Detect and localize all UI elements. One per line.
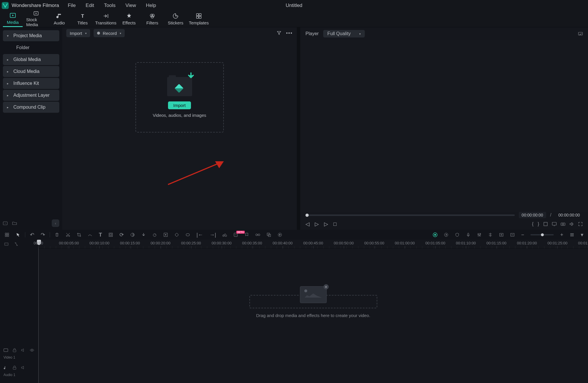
redo-button[interactable]: ↷ [41, 232, 45, 238]
audio-track-header[interactable]: Audio 1 [0, 365, 38, 377]
cut-icon[interactable] [66, 232, 70, 237]
tracking-icon[interactable] [163, 232, 168, 237]
mark-in-icon[interactable]: { [532, 221, 533, 227]
more-icon[interactable]: ••• [286, 31, 293, 36]
crop-tool-icon[interactable] [77, 232, 81, 237]
lock-icon[interactable] [12, 348, 17, 352]
menu-tools[interactable]: Tools [104, 3, 116, 8]
color-icon[interactable] [130, 232, 135, 237]
sidebar-item-adjustment-layer[interactable]: ▸Adjustment Layer [3, 90, 59, 101]
bike-icon[interactable] [222, 232, 227, 237]
mask-icon[interactable] [185, 232, 190, 237]
timeline-more-icon[interactable]: ▾ [581, 232, 583, 238]
rotate-icon[interactable]: ⟳ [119, 232, 124, 238]
align-icon[interactable] [488, 232, 493, 237]
media-drop-zone[interactable]: Import Videos, audios, and images [135, 62, 224, 133]
video-track-header[interactable]: Video 1 [0, 348, 38, 360]
lock-icon[interactable] [12, 365, 17, 370]
prev-frame-button[interactable]: ◁ [305, 221, 310, 227]
eye-icon[interactable] [30, 348, 34, 352]
mute-icon[interactable] [21, 348, 26, 352]
track-headers-column: Video 1 Audio 1 [0, 248, 38, 383]
import-button[interactable]: Import [168, 101, 191, 109]
undo-button[interactable]: ↶ [30, 232, 34, 238]
panel-separator[interactable] [297, 27, 300, 230]
tab-media[interactable]: Media [3, 11, 23, 27]
zoom-thumb[interactable] [541, 233, 544, 236]
play-button[interactable]: ▷ [315, 221, 319, 227]
seek-track[interactable] [305, 214, 515, 216]
display-icon[interactable] [552, 222, 557, 226]
tab-stickers[interactable]: Stickers [166, 11, 185, 27]
mixer-icon[interactable] [477, 232, 482, 237]
tab-filters[interactable]: Filters [142, 11, 162, 27]
link-icon[interactable] [255, 232, 260, 237]
list-view-icon[interactable] [570, 232, 574, 237]
tab-audio[interactable]: Audio [49, 11, 69, 27]
menu-view[interactable]: View [126, 3, 136, 8]
pointer-icon[interactable] [16, 232, 20, 237]
render-icon[interactable] [278, 232, 282, 237]
bracket-left-icon[interactable]: |← [196, 232, 203, 238]
chroma-icon[interactable] [174, 232, 179, 237]
voiceover-icon[interactable] [466, 232, 471, 237]
auto-ripple-icon[interactable] [444, 232, 448, 237]
sidebar-item-folder[interactable]: Folder [3, 42, 59, 53]
expand-track-icon[interactable] [14, 242, 19, 246]
chevron-down-icon: ▾ [359, 32, 361, 35]
snapshot-icon[interactable] [578, 31, 583, 36]
volume-icon[interactable] [569, 222, 574, 226]
player-viewport[interactable] [300, 40, 588, 212]
svg-rect-11 [196, 16, 199, 18]
speed-icon[interactable] [152, 232, 157, 237]
fullscreen-icon[interactable] [578, 222, 583, 226]
group-icon[interactable] [267, 232, 271, 237]
tab-templates[interactable]: Templates [189, 11, 209, 27]
grid-icon[interactable] [5, 232, 9, 237]
delete-icon[interactable] [55, 232, 59, 237]
sidebar-item-compound-clip[interactable]: ▸Compound Clip [3, 102, 59, 113]
stop-button[interactable]: □ [333, 221, 337, 227]
menu-file[interactable]: File [68, 3, 76, 8]
add-track-icon[interactable] [499, 232, 504, 237]
remove-track-icon[interactable] [510, 232, 515, 237]
zoom-in-button[interactable]: + [560, 232, 563, 238]
marker-icon[interactable] [244, 232, 249, 237]
menu-help[interactable]: Help [146, 3, 156, 8]
tab-transitions[interactable]: Transitions [96, 11, 116, 27]
camera-icon[interactable] [561, 222, 565, 226]
mute-icon[interactable] [21, 365, 26, 370]
track-lanes[interactable]: + Drag and drop media and effects here t… [38, 248, 588, 383]
crop-zoom-icon[interactable] [108, 232, 113, 237]
keyframe-down-icon[interactable] [141, 232, 146, 237]
speed-ramp-icon[interactable] [88, 232, 92, 237]
time-ruler[interactable]: 00:0000:00:05:0000:00:10:0000:00:15:0000… [38, 240, 588, 248]
text-tool-icon[interactable]: T [99, 232, 102, 238]
mark-out-icon[interactable]: } [538, 221, 539, 227]
bracket-right-icon[interactable]: →| [210, 232, 216, 238]
track-header-icon[interactable] [4, 242, 9, 246]
zoom-slider[interactable] [530, 234, 554, 235]
collapse-sidebar-button[interactable]: ‹ [52, 219, 59, 227]
tab-titles[interactable]: T Titles [73, 11, 92, 27]
seek-thumb[interactable] [305, 214, 309, 217]
next-frame-button[interactable]: ▷ [324, 221, 328, 227]
tab-effects[interactable]: Effects [119, 11, 139, 27]
menu-edit[interactable]: Edit [86, 3, 94, 8]
new-folder-icon[interactable] [12, 221, 17, 225]
sidebar-item-global-media[interactable]: ▸Global Media [3, 54, 59, 65]
tab-stock-media[interactable]: Stock Media [26, 11, 46, 27]
sidebar-item-influence-kit[interactable]: ▸Influence Kit [3, 78, 59, 89]
sidebar-item-project-media[interactable]: ▾Project Media [3, 30, 59, 41]
zoom-out-button[interactable]: − [521, 232, 524, 238]
import-dropdown[interactable]: Import▾ [66, 29, 90, 37]
quality-selector[interactable]: Full Quality▾ [323, 30, 365, 37]
crop-icon[interactable] [543, 222, 548, 226]
sidebar-item-cloud-media[interactable]: ▸Cloud Media [3, 66, 59, 77]
toggle-snap-icon[interactable] [433, 232, 437, 237]
record-dropdown[interactable]: Record▾ [94, 29, 125, 37]
filter-icon[interactable] [277, 31, 281, 35]
shield-icon[interactable] [455, 232, 460, 237]
ai-tool-button[interactable]: BETA [233, 232, 238, 237]
new-bin-icon[interactable] [3, 221, 8, 225]
